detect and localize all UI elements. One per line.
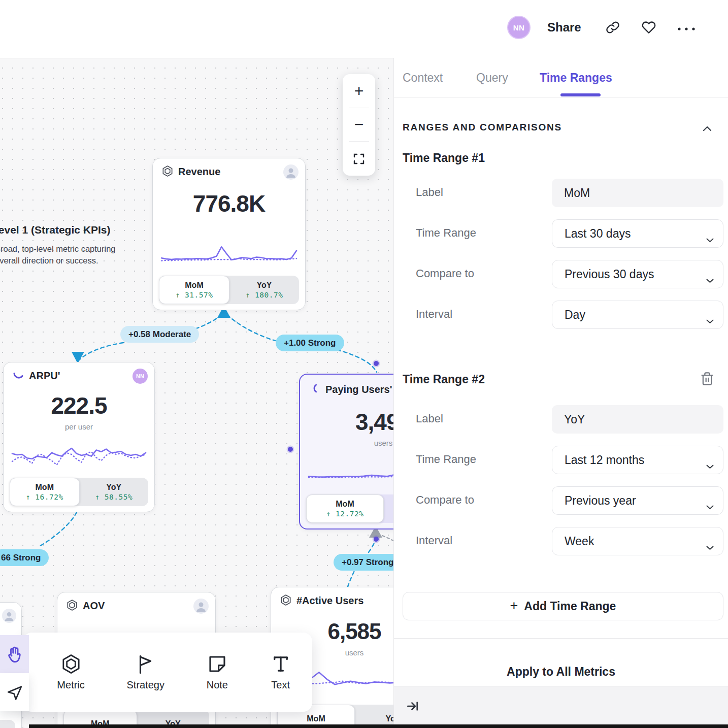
- mom-toggle[interactable]: MoM ↑ 12.72%: [306, 494, 384, 523]
- field-label: Time Range: [416, 226, 476, 240]
- yoy-toggle[interactable]: YoY: [384, 494, 393, 523]
- user-avatar[interactable]: NN: [507, 16, 531, 39]
- card-owner-avatar[interactable]: NN: [133, 369, 148, 384]
- interval-select-1[interactable]: Day: [552, 301, 723, 329]
- delete-time-range-icon[interactable]: [700, 372, 714, 386]
- time-range-1-title: Time Range #1: [403, 151, 485, 165]
- zoom-in-button[interactable]: +: [343, 75, 375, 107]
- chevron-down-icon: [706, 232, 714, 246]
- metric-value: 3,499: [300, 408, 393, 436]
- divider: [394, 97, 728, 97]
- properties-panel: Context Query Time Ranges RANGES AND COM…: [393, 58, 728, 728]
- connection-handle: [288, 447, 293, 452]
- toggle-label: MoM: [307, 714, 325, 724]
- app-window: NN Share: [0, 0, 728, 728]
- window-bottom-edge: [29, 724, 728, 728]
- tool-label: Note: [207, 679, 228, 691]
- correlation-label[interactable]: +0.58 Moderate: [120, 326, 199, 343]
- field-label: Label: [416, 412, 443, 425]
- toggle-label: YoY: [106, 482, 121, 492]
- correlation-label[interactable]: +1.00 Strong: [276, 335, 344, 351]
- metric-value: 222.5: [4, 392, 154, 419]
- tab-time-ranges[interactable]: Time Ranges: [540, 71, 612, 85]
- add-time-range-button[interactable]: + Add Time Range: [403, 592, 723, 620]
- tool-hand-selected[interactable]: [0, 635, 29, 673]
- tool-note[interactable]: Note: [207, 653, 228, 691]
- field-label: Time Range: [416, 453, 476, 466]
- more-options-icon[interactable]: [677, 24, 696, 34]
- select-value: Last 30 days: [565, 227, 631, 241]
- select-value: Week: [565, 535, 594, 548]
- card-title: #Active Users: [296, 595, 363, 607]
- metric-card-paying-users[interactable]: Paying Users' 3,499 users MoM ↑ 12.72% Y…: [299, 374, 393, 530]
- toggle-delta: ↑ 58.55%: [95, 492, 133, 502]
- chevron-down-icon: [706, 313, 714, 327]
- label-input-2[interactable]: YoY: [552, 405, 723, 434]
- collapse-panel-icon[interactable]: [406, 700, 419, 715]
- favorite-heart-icon[interactable]: [641, 20, 656, 37]
- chevron-down-icon: [706, 540, 714, 553]
- field-label: Interval: [416, 308, 452, 321]
- mom-toggle[interactable]: MoM ↑ 31.57%: [159, 276, 229, 304]
- tool-metric[interactable]: Metric: [57, 653, 84, 691]
- metric-tree-canvas[interactable]: +0.58 Moderate +1.00 Strong 66 Strong +0…: [0, 58, 393, 728]
- apply-to-all-metrics-button[interactable]: Apply to All Metrics: [394, 665, 728, 679]
- metric-hexagon-icon: [280, 594, 292, 606]
- toggle-label: MoM: [336, 499, 354, 509]
- yoy-toggle[interactable]: YoY ↑ 58.55%: [80, 478, 149, 506]
- compare-to-select-1[interactable]: Previous 30 days: [552, 260, 723, 288]
- section-header: RANGES AND COMPARISONS: [403, 122, 562, 133]
- canvas-toolbar: Metric Strategy Note Text: [23, 633, 312, 712]
- card-header: AOV: [57, 592, 215, 617]
- interval-select-2[interactable]: Week: [552, 527, 723, 555]
- label-input-1[interactable]: MoM: [552, 179, 723, 207]
- chevron-down-icon: [706, 273, 714, 286]
- metric-card-arpu[interactable]: ARPU' NN 222.5 per user MoM ↑ 16.72% YoY…: [3, 362, 155, 512]
- card-owner-avatar[interactable]: [193, 599, 209, 614]
- comparison-toggle: MoM ↑ 31.57% YoY ↑ 180.7%: [159, 276, 299, 304]
- metric-card-revenue[interactable]: Revenue 776.8K MoM ↑ 31.57% YoY ↑ 180.7%: [152, 158, 306, 310]
- copy-link-icon[interactable]: [606, 20, 620, 37]
- card-header: ARPU' NN: [4, 362, 154, 387]
- active-tab-indicator: [560, 93, 601, 96]
- toggle-delta: ↑ 16.72%: [26, 492, 63, 502]
- card-title: Paying Users': [325, 384, 392, 395]
- select-value: Last 12 months: [565, 453, 644, 467]
- tool-label: Metric: [57, 679, 84, 691]
- correlation-label[interactable]: +0.97 Strong: [334, 554, 393, 571]
- tool-text[interactable]: Text: [270, 653, 291, 691]
- time-range-select-2[interactable]: Last 12 months: [552, 446, 723, 474]
- mom-toggle[interactable]: MoM ↑ 16.72%: [10, 478, 80, 506]
- correlation-label[interactable]: 66 Strong: [0, 549, 49, 566]
- sparkline-chart: [160, 239, 298, 265]
- chevron-up-icon[interactable]: [703, 124, 712, 134]
- time-range-select-1[interactable]: Last 30 days: [552, 219, 723, 248]
- metric-hexagon-icon: [66, 599, 78, 611]
- sparkline-chart: [307, 457, 393, 483]
- compare-to-select-2[interactable]: Previous year: [552, 486, 723, 515]
- metric-unit: per user: [4, 422, 154, 431]
- card-title: ARPU': [29, 370, 60, 382]
- fit-view-icon[interactable]: [343, 143, 375, 175]
- yoy-toggle[interactable]: YoY ↑ 180.7%: [229, 276, 299, 304]
- tab-query[interactable]: Query: [476, 71, 508, 85]
- panel-footer: [394, 686, 728, 728]
- zoom-out-button[interactable]: −: [343, 109, 375, 140]
- comparison-toggle: [0, 720, 15, 728]
- tab-context[interactable]: Context: [403, 71, 443, 85]
- sparkline-chart: [11, 440, 147, 470]
- metric-value: 776.8K: [153, 190, 305, 217]
- tool-strategy[interactable]: Strategy: [127, 653, 164, 691]
- metric-arc-icon: [309, 383, 321, 395]
- comparison-toggle: MoM ↑ 12.72% YoY: [306, 494, 393, 523]
- field-label: Compare to: [416, 267, 474, 280]
- card-title: Revenue: [178, 166, 220, 178]
- field-label: Label: [416, 186, 443, 199]
- toggle-label: YoY: [386, 714, 393, 724]
- card-owner-avatar[interactable]: [283, 164, 299, 180]
- divider: [394, 638, 728, 639]
- metric-hexagon-icon: [161, 165, 174, 177]
- tool-cursor[interactable]: [0, 673, 29, 711]
- share-button[interactable]: Share: [547, 20, 581, 35]
- card-owner-avatar[interactable]: [2, 609, 16, 623]
